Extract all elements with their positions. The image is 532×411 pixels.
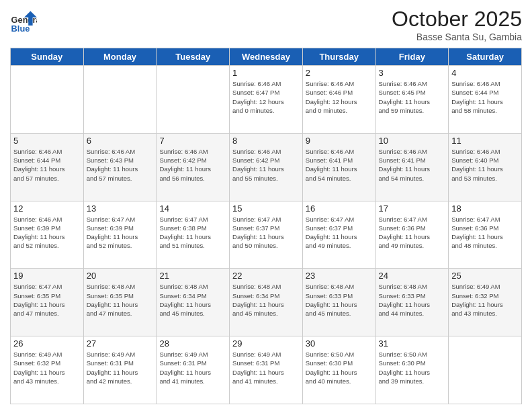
day-cell: 12Sunrise: 6:46 AM Sunset: 6:39 PM Dayli… [11, 201, 84, 269]
day-info: Sunrise: 6:49 AM Sunset: 6:31 PM Dayligh… [159, 350, 226, 385]
day-cell: 2Sunrise: 6:46 AM Sunset: 6:46 PM Daylig… [302, 66, 375, 134]
day-cell: 18Sunrise: 6:47 AM Sunset: 6:36 PM Dayli… [449, 201, 522, 269]
week-row-4: 19Sunrise: 6:47 AM Sunset: 6:35 PM Dayli… [11, 269, 522, 336]
day-number: 20 [87, 271, 154, 281]
day-number: 21 [159, 271, 226, 281]
day-number: 17 [379, 203, 446, 214]
day-cell: 28Sunrise: 6:49 AM Sunset: 6:31 PM Dayli… [157, 336, 230, 404]
col-thursday: Thursday [302, 48, 375, 66]
day-number: 24 [379, 271, 446, 281]
week-row-5: 26Sunrise: 6:49 AM Sunset: 6:32 PM Dayli… [11, 336, 522, 404]
day-info: Sunrise: 6:50 AM Sunset: 6:30 PM Dayligh… [306, 350, 373, 385]
col-wednesday: Wednesday [230, 48, 303, 66]
day-number: 4 [451, 68, 519, 78]
day-cell [157, 66, 230, 134]
day-info: Sunrise: 6:49 AM Sunset: 6:32 PM Dayligh… [451, 282, 519, 318]
day-info: Sunrise: 6:46 AM Sunset: 6:44 PM Dayligh… [451, 79, 519, 115]
day-cell: 21Sunrise: 6:48 AM Sunset: 6:34 PM Dayli… [157, 269, 230, 336]
header: General Blue October 2025 Basse Santa Su… [10, 7, 522, 42]
day-number: 19 [13, 271, 81, 281]
day-number: 14 [159, 203, 226, 214]
day-number: 3 [379, 68, 446, 78]
day-cell: 20Sunrise: 6:48 AM Sunset: 6:35 PM Dayli… [83, 269, 157, 336]
day-info: Sunrise: 6:46 AM Sunset: 6:43 PM Dayligh… [87, 147, 154, 183]
day-cell: 17Sunrise: 6:47 AM Sunset: 6:36 PM Dayli… [375, 201, 449, 269]
page: General Blue October 2025 Basse Santa Su… [0, 0, 532, 411]
day-number: 31 [379, 338, 446, 349]
day-number: 30 [306, 338, 373, 349]
day-info: Sunrise: 6:46 AM Sunset: 6:41 PM Dayligh… [379, 147, 446, 183]
day-info: Sunrise: 6:46 AM Sunset: 6:39 PM Dayligh… [13, 215, 81, 250]
month-title: October 2025 [392, 7, 522, 32]
day-cell: 9Sunrise: 6:46 AM Sunset: 6:41 PM Daylig… [302, 133, 375, 201]
day-info: Sunrise: 6:47 AM Sunset: 6:38 PM Dayligh… [159, 215, 226, 250]
day-cell: 1Sunrise: 6:46 AM Sunset: 6:47 PM Daylig… [230, 66, 303, 134]
title-block: October 2025 Basse Santa Su, Gambia [392, 7, 522, 42]
logo: General Blue [10, 7, 40, 34]
day-cell: 19Sunrise: 6:47 AM Sunset: 6:35 PM Dayli… [11, 269, 84, 336]
day-number: 6 [87, 136, 154, 146]
day-cell [11, 66, 84, 134]
day-info: Sunrise: 6:46 AM Sunset: 6:42 PM Dayligh… [232, 147, 300, 183]
day-cell: 7Sunrise: 6:46 AM Sunset: 6:42 PM Daylig… [157, 133, 230, 201]
day-cell: 31Sunrise: 6:50 AM Sunset: 6:30 PM Dayli… [375, 336, 449, 404]
logo-icon: General Blue [10, 7, 37, 34]
day-number: 7 [159, 136, 226, 146]
day-cell: 4Sunrise: 6:46 AM Sunset: 6:44 PM Daylig… [449, 66, 522, 134]
day-number: 10 [379, 136, 446, 146]
day-info: Sunrise: 6:48 AM Sunset: 6:33 PM Dayligh… [379, 282, 446, 318]
day-cell: 30Sunrise: 6:50 AM Sunset: 6:30 PM Dayli… [302, 336, 375, 404]
day-number: 22 [232, 271, 300, 281]
day-info: Sunrise: 6:47 AM Sunset: 6:39 PM Dayligh… [87, 215, 154, 250]
svg-text:Blue: Blue [11, 24, 30, 34]
col-saturday: Saturday [449, 48, 522, 66]
day-number: 23 [306, 271, 373, 281]
day-info: Sunrise: 6:48 AM Sunset: 6:34 PM Dayligh… [232, 282, 300, 318]
day-number: 27 [87, 338, 154, 349]
day-number: 8 [232, 136, 300, 146]
day-number: 5 [13, 136, 81, 146]
location: Basse Santa Su, Gambia [392, 32, 522, 42]
day-number: 1 [232, 68, 300, 78]
day-info: Sunrise: 6:47 AM Sunset: 6:37 PM Dayligh… [232, 215, 300, 250]
day-number: 25 [451, 271, 519, 281]
week-row-2: 5Sunrise: 6:46 AM Sunset: 6:44 PM Daylig… [11, 133, 522, 201]
day-number: 15 [232, 203, 300, 214]
day-info: Sunrise: 6:46 AM Sunset: 6:44 PM Dayligh… [13, 147, 81, 183]
day-cell: 11Sunrise: 6:46 AM Sunset: 6:40 PM Dayli… [449, 133, 522, 201]
day-info: Sunrise: 6:47 AM Sunset: 6:36 PM Dayligh… [379, 215, 446, 250]
day-cell: 5Sunrise: 6:46 AM Sunset: 6:44 PM Daylig… [11, 133, 84, 201]
day-number: 11 [451, 136, 519, 146]
header-row: Sunday Monday Tuesday Wednesday Thursday… [11, 48, 522, 66]
day-cell: 6Sunrise: 6:46 AM Sunset: 6:43 PM Daylig… [83, 133, 157, 201]
day-cell: 22Sunrise: 6:48 AM Sunset: 6:34 PM Dayli… [230, 269, 303, 336]
day-info: Sunrise: 6:46 AM Sunset: 6:42 PM Dayligh… [159, 147, 226, 183]
day-info: Sunrise: 6:49 AM Sunset: 6:31 PM Dayligh… [232, 350, 300, 385]
day-cell: 23Sunrise: 6:48 AM Sunset: 6:33 PM Dayli… [302, 269, 375, 336]
week-row-1: 1Sunrise: 6:46 AM Sunset: 6:47 PM Daylig… [11, 66, 522, 134]
day-cell: 29Sunrise: 6:49 AM Sunset: 6:31 PM Dayli… [230, 336, 303, 404]
day-cell: 25Sunrise: 6:49 AM Sunset: 6:32 PM Dayli… [449, 269, 522, 336]
day-cell: 15Sunrise: 6:47 AM Sunset: 6:37 PM Dayli… [230, 201, 303, 269]
day-info: Sunrise: 6:46 AM Sunset: 6:45 PM Dayligh… [379, 79, 446, 115]
day-cell [449, 336, 522, 404]
day-info: Sunrise: 6:49 AM Sunset: 6:32 PM Dayligh… [13, 350, 81, 385]
day-info: Sunrise: 6:50 AM Sunset: 6:30 PM Dayligh… [379, 350, 446, 385]
day-cell [83, 66, 157, 134]
day-number: 18 [451, 203, 519, 214]
day-info: Sunrise: 6:46 AM Sunset: 6:40 PM Dayligh… [451, 147, 519, 183]
day-cell: 8Sunrise: 6:46 AM Sunset: 6:42 PM Daylig… [230, 133, 303, 201]
day-info: Sunrise: 6:48 AM Sunset: 6:34 PM Dayligh… [159, 282, 226, 318]
col-sunday: Sunday [11, 48, 84, 66]
day-info: Sunrise: 6:49 AM Sunset: 6:31 PM Dayligh… [87, 350, 154, 385]
day-number: 29 [232, 338, 300, 349]
day-cell: 26Sunrise: 6:49 AM Sunset: 6:32 PM Dayli… [11, 336, 84, 404]
day-info: Sunrise: 6:48 AM Sunset: 6:35 PM Dayligh… [87, 282, 154, 318]
calendar: Sunday Monday Tuesday Wednesday Thursday… [10, 48, 522, 404]
day-cell: 24Sunrise: 6:48 AM Sunset: 6:33 PM Dayli… [375, 269, 449, 336]
day-number: 9 [306, 136, 373, 146]
day-cell: 27Sunrise: 6:49 AM Sunset: 6:31 PM Dayli… [83, 336, 157, 404]
day-cell: 14Sunrise: 6:47 AM Sunset: 6:38 PM Dayli… [157, 201, 230, 269]
col-friday: Friday [375, 48, 449, 66]
day-number: 12 [13, 203, 81, 214]
